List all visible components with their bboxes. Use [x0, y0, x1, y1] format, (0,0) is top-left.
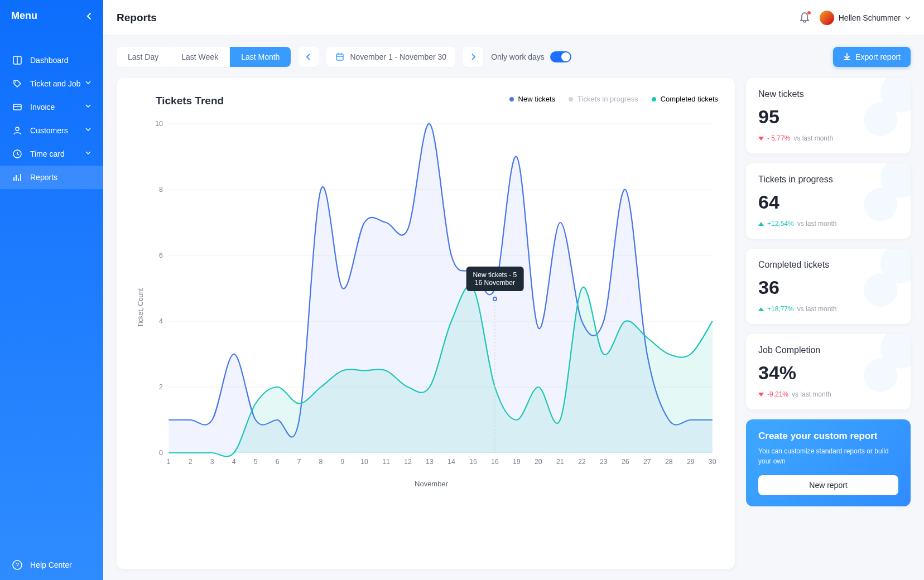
prev-period-button[interactable]	[299, 47, 319, 67]
svg-text:14: 14	[447, 458, 455, 466]
filters-row: Last DayLast WeekLast Month November 1 -…	[117, 47, 735, 67]
svg-point-2	[15, 81, 16, 83]
notification-dot	[807, 11, 811, 14]
tag-icon	[12, 79, 22, 89]
sidebar-item-invoice[interactable]: Invoice	[0, 95, 103, 119]
tooltip-line2: 16 November	[473, 279, 517, 287]
help-icon: ?	[12, 560, 22, 570]
stat-card-completed-tickets[interactable]: Completed tickets 36 +18,77% vs last mon…	[746, 249, 911, 324]
svg-point-55	[864, 188, 897, 221]
sidebar-item-label: Customers	[30, 126, 68, 135]
svg-text:12: 12	[404, 458, 412, 466]
chart-tooltip: New tickets - 5 16 November	[466, 267, 524, 291]
svg-text:8: 8	[159, 186, 163, 194]
custom-report-card: Create your custom report You can custom…	[746, 419, 911, 506]
svg-text:13: 13	[426, 458, 434, 466]
svg-text:4: 4	[232, 458, 236, 466]
svg-text:2: 2	[159, 383, 163, 391]
svg-text:26: 26	[622, 458, 629, 466]
sidebar-title: Menu	[11, 10, 37, 22]
legend-item[interactable]: Tickets in progress	[569, 95, 638, 103]
stat-card-new-tickets[interactable]: New tickets 95 - 5,77% vs last month	[746, 78, 911, 153]
stat-change-pct: +18,77%	[767, 305, 794, 313]
svg-text:8: 8	[319, 458, 323, 466]
stat-change-pct: +12,54%	[767, 220, 794, 228]
chevron-down-icon	[85, 128, 91, 133]
legend-dot	[652, 97, 656, 102]
sidebar-header: Menu	[0, 0, 103, 32]
svg-text:20: 20	[535, 458, 542, 466]
legend-item[interactable]: New tickets	[509, 95, 555, 103]
calendar-icon	[335, 52, 344, 61]
legend-dot	[569, 97, 573, 102]
date-range-text: November 1 - November 30	[350, 52, 446, 61]
svg-point-57	[864, 273, 897, 307]
chart-title: Tickets Trend	[156, 95, 224, 107]
svg-text:27: 27	[643, 458, 651, 466]
chart-plot[interactable]: 0246810123456789101112131415161920212223…	[145, 118, 718, 475]
clock-icon	[12, 149, 22, 159]
svg-rect-3	[13, 104, 21, 110]
page-title: Reports	[117, 12, 157, 24]
legend-dot	[509, 97, 514, 102]
user-menu[interactable]: Hellen Schummer	[820, 11, 911, 25]
export-report-button[interactable]: Export report	[833, 47, 911, 67]
svg-point-5	[16, 127, 19, 130]
time-range-segments: Last DayLast WeekLast Month	[117, 47, 291, 67]
user-icon	[12, 125, 22, 136]
workdays-toggle[interactable]	[550, 51, 571, 62]
notifications-button[interactable]	[800, 12, 810, 23]
grid-icon	[12, 55, 22, 65]
stat-bg-decoration	[860, 334, 911, 395]
stat-change-vs: vs last month	[793, 134, 833, 142]
stat-bg-decoration	[860, 249, 911, 310]
x-axis-title: November	[145, 480, 718, 488]
svg-text:21: 21	[556, 458, 564, 466]
legend-label: Tickets in progress	[578, 95, 638, 103]
sidebar-item-reports[interactable]: Reports	[0, 166, 103, 189]
svg-text:28: 28	[665, 458, 673, 466]
sidebar-item-label: Reports	[30, 173, 57, 182]
svg-text:22: 22	[578, 458, 586, 466]
legend-item[interactable]: Completed tickets	[652, 95, 718, 103]
sidebar-item-ticket-and-job[interactable]: Ticket and Job	[0, 72, 103, 95]
svg-text:0: 0	[159, 449, 163, 457]
collapse-sidebar-button[interactable]	[86, 12, 92, 20]
trend-down-icon	[758, 393, 764, 397]
stat-change-vs: vs last month	[792, 390, 831, 398]
chevron-down-icon	[905, 16, 911, 20]
legend-label: Completed tickets	[661, 95, 718, 103]
svg-text:10: 10	[360, 458, 368, 466]
custom-report-desc: You can customize standard reports or bu…	[758, 446, 898, 466]
help-center-link[interactable]: ? Help Center	[0, 550, 103, 580]
stat-card-tickets-in-progress[interactable]: Tickets in progress 64 +12,54% vs last m…	[746, 163, 911, 239]
trend-up-icon	[758, 222, 764, 226]
tooltip-line1: New tickets - 5	[473, 271, 517, 279]
svg-text:10: 10	[155, 120, 163, 128]
svg-point-53	[864, 103, 897, 136]
chevron-down-icon	[85, 151, 91, 157]
svg-text:1: 1	[167, 458, 171, 466]
topbar: Reports Hellen Schummer	[103, 0, 924, 36]
date-range-picker[interactable]: November 1 - November 30	[326, 47, 455, 67]
svg-text:6: 6	[276, 458, 280, 466]
new-report-button[interactable]: New report	[758, 475, 898, 495]
sidebar: Menu DashboardTicket and JobInvoiceCusto…	[0, 0, 103, 580]
sidebar-item-customers[interactable]: Customers	[0, 119, 103, 142]
sidebar-item-label: Ticket and Job	[30, 79, 81, 88]
segment-last-month[interactable]: Last Month	[230, 47, 291, 67]
chart-legend: New ticketsTickets in progressCompleted …	[509, 95, 718, 103]
stat-card-job-completion[interactable]: Job Completion 34% -9,21% vs last month	[746, 334, 911, 409]
help-center-label: Help Center	[30, 560, 72, 569]
svg-text:23: 23	[600, 458, 608, 466]
sidebar-item-time-card[interactable]: Time card	[0, 142, 103, 166]
segment-last-week[interactable]: Last Week	[170, 47, 230, 67]
stat-bg-decoration	[860, 78, 911, 139]
tickets-trend-chart-card: Tickets Trend New ticketsTickets in prog…	[117, 78, 735, 569]
sidebar-item-dashboard[interactable]: Dashboard	[0, 49, 103, 72]
next-period-button[interactable]	[463, 47, 483, 67]
segment-last-day[interactable]: Last Day	[117, 47, 170, 67]
export-label: Export report	[855, 52, 901, 61]
svg-text:16: 16	[491, 458, 499, 466]
svg-text:11: 11	[382, 458, 390, 466]
